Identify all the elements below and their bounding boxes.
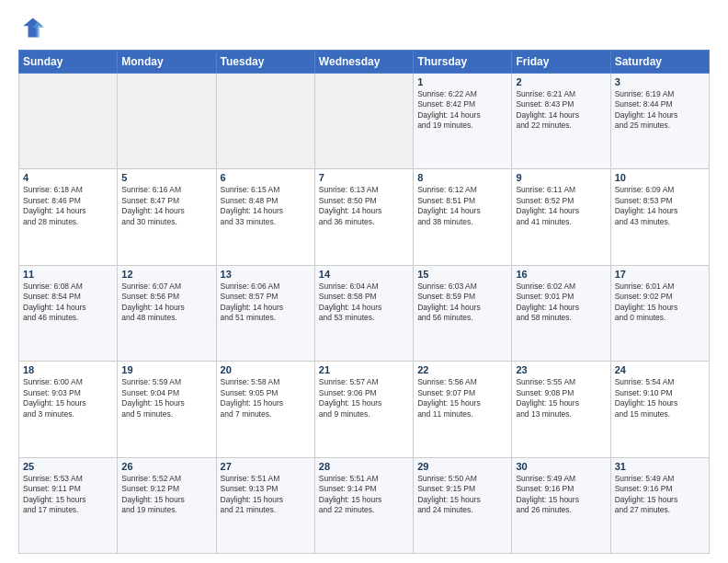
calendar-cell: 1Sunrise: 6:22 AMSunset: 8:42 PMDaylight… (414, 74, 512, 169)
calendar-cell: 3Sunrise: 6:19 AMSunset: 8:44 PMDaylight… (610, 74, 709, 169)
day-number: 16 (516, 269, 606, 280)
day-info: Sunrise: 6:16 AMSunset: 8:47 PMDaylight:… (121, 185, 211, 227)
day-header-tuesday: Tuesday (216, 51, 314, 74)
day-header-wednesday: Wednesday (314, 51, 413, 74)
calendar-cell (118, 74, 216, 169)
day-info: Sunrise: 5:52 AMSunset: 9:12 PMDaylight:… (121, 474, 211, 516)
day-header-sunday: Sunday (19, 51, 118, 74)
day-info: Sunrise: 6:19 AMSunset: 8:44 PMDaylight:… (615, 89, 705, 132)
day-number: 25 (23, 461, 113, 472)
day-number: 19 (121, 364, 211, 375)
calendar-cell: 28Sunrise: 5:51 AMSunset: 9:14 PMDayligh… (314, 457, 413, 553)
week-row-3: 11Sunrise: 6:08 AMSunset: 8:54 PMDayligh… (19, 265, 710, 361)
calendar-cell: 29Sunrise: 5:50 AMSunset: 9:15 PMDayligh… (414, 457, 512, 553)
calendar-cell: 20Sunrise: 5:58 AMSunset: 9:05 PMDayligh… (216, 362, 314, 457)
day-info: Sunrise: 5:57 AMSunset: 9:06 PMDaylight:… (319, 377, 409, 419)
day-info: Sunrise: 5:55 AMSunset: 9:08 PMDaylight:… (516, 377, 606, 419)
day-info: Sunrise: 6:15 AMSunset: 8:48 PMDaylight:… (221, 185, 311, 227)
day-info: Sunrise: 5:51 AMSunset: 9:14 PMDaylight:… (319, 474, 409, 516)
day-info: Sunrise: 6:18 AMSunset: 8:46 PMDaylight:… (23, 185, 113, 227)
calendar-cell: 22Sunrise: 5:56 AMSunset: 9:07 PMDayligh… (414, 362, 512, 457)
day-info: Sunrise: 6:09 AMSunset: 8:53 PMDaylight:… (615, 185, 705, 227)
day-info: Sunrise: 6:08 AMSunset: 8:54 PMDaylight:… (23, 282, 113, 324)
day-header-thursday: Thursday (414, 51, 512, 74)
day-number: 24 (615, 364, 705, 375)
week-row-5: 25Sunrise: 5:53 AMSunset: 9:11 PMDayligh… (19, 457, 710, 553)
day-info: Sunrise: 5:53 AMSunset: 9:11 PMDaylight:… (23, 474, 113, 516)
day-number: 23 (516, 364, 606, 375)
calendar-cell (314, 74, 413, 169)
day-info: Sunrise: 5:54 AMSunset: 9:10 PMDaylight:… (615, 377, 705, 419)
calendar-cell: 10Sunrise: 6:09 AMSunset: 8:53 PMDayligh… (610, 169, 709, 265)
calendar-cell: 23Sunrise: 5:55 AMSunset: 9:08 PMDayligh… (512, 362, 610, 457)
day-number: 22 (417, 364, 507, 375)
day-number: 26 (121, 461, 211, 472)
week-row-4: 18Sunrise: 6:00 AMSunset: 9:03 PMDayligh… (19, 362, 710, 457)
day-info: Sunrise: 6:00 AMSunset: 9:03 PMDaylight:… (23, 377, 113, 419)
day-info: Sunrise: 5:58 AMSunset: 9:05 PMDaylight:… (221, 377, 311, 419)
day-number: 29 (417, 461, 507, 472)
calendar-cell: 31Sunrise: 5:49 AMSunset: 9:16 PMDayligh… (610, 457, 709, 553)
day-info: Sunrise: 5:50 AMSunset: 9:15 PMDaylight:… (417, 474, 507, 516)
header (18, 15, 710, 40)
day-info: Sunrise: 5:51 AMSunset: 9:13 PMDaylight:… (221, 474, 311, 516)
calendar-cell: 16Sunrise: 6:02 AMSunset: 9:01 PMDayligh… (512, 265, 610, 361)
day-info: Sunrise: 6:07 AMSunset: 8:56 PMDaylight:… (121, 282, 211, 324)
day-number: 9 (516, 172, 606, 183)
calendar-header-row: SundayMondayTuesdayWednesdayThursdayFrid… (19, 51, 710, 74)
day-number: 5 (121, 172, 211, 183)
calendar-cell: 21Sunrise: 5:57 AMSunset: 9:06 PMDayligh… (314, 362, 413, 457)
day-info: Sunrise: 6:11 AMSunset: 8:52 PMDaylight:… (516, 185, 606, 227)
day-number: 1 (417, 76, 507, 87)
day-info: Sunrise: 6:03 AMSunset: 8:59 PMDaylight:… (417, 282, 507, 324)
day-number: 14 (319, 269, 409, 280)
calendar-cell: 14Sunrise: 6:04 AMSunset: 8:58 PMDayligh… (314, 265, 413, 361)
calendar-cell: 9Sunrise: 6:11 AMSunset: 8:52 PMDaylight… (512, 169, 610, 265)
day-number: 28 (319, 461, 409, 472)
day-number: 12 (121, 269, 211, 280)
day-header-saturday: Saturday (610, 51, 709, 74)
calendar-cell: 24Sunrise: 5:54 AMSunset: 9:10 PMDayligh… (610, 362, 709, 457)
logo-icon (18, 15, 44, 40)
calendar-cell: 25Sunrise: 5:53 AMSunset: 9:11 PMDayligh… (19, 457, 118, 553)
day-info: Sunrise: 6:01 AMSunset: 9:02 PMDaylight:… (615, 282, 705, 324)
calendar-cell: 30Sunrise: 5:49 AMSunset: 9:16 PMDayligh… (512, 457, 610, 553)
calendar-cell (216, 74, 314, 169)
day-number: 15 (417, 269, 507, 280)
calendar-cell: 8Sunrise: 6:12 AMSunset: 8:51 PMDaylight… (414, 169, 512, 265)
day-number: 4 (23, 172, 113, 183)
day-number: 31 (615, 461, 705, 472)
day-number: 18 (23, 364, 113, 375)
day-info: Sunrise: 6:21 AMSunset: 8:43 PMDaylight:… (516, 89, 606, 132)
day-number: 21 (319, 364, 409, 375)
calendar-cell: 6Sunrise: 6:15 AMSunset: 8:48 PMDaylight… (216, 169, 314, 265)
day-number: 11 (23, 269, 113, 280)
calendar-cell: 13Sunrise: 6:06 AMSunset: 8:57 PMDayligh… (216, 265, 314, 361)
week-row-2: 4Sunrise: 6:18 AMSunset: 8:46 PMDaylight… (19, 169, 710, 265)
day-info: Sunrise: 6:12 AMSunset: 8:51 PMDaylight:… (417, 185, 507, 227)
day-number: 2 (516, 76, 606, 87)
calendar-cell (19, 74, 118, 169)
day-number: 8 (417, 172, 507, 183)
day-number: 10 (615, 172, 705, 183)
day-header-monday: Monday (118, 51, 216, 74)
day-info: Sunrise: 5:49 AMSunset: 9:16 PMDaylight:… (516, 474, 606, 516)
calendar-cell: 27Sunrise: 5:51 AMSunset: 9:13 PMDayligh… (216, 457, 314, 553)
day-number: 30 (516, 461, 606, 472)
day-info: Sunrise: 5:59 AMSunset: 9:04 PMDaylight:… (121, 377, 211, 419)
day-info: Sunrise: 6:06 AMSunset: 8:57 PMDaylight:… (221, 282, 311, 324)
day-info: Sunrise: 6:04 AMSunset: 8:58 PMDaylight:… (319, 282, 409, 324)
day-info: Sunrise: 5:56 AMSunset: 9:07 PMDaylight:… (417, 377, 507, 419)
page: SundayMondayTuesdayWednesdayThursdayFrid… (0, 0, 728, 563)
calendar-cell: 19Sunrise: 5:59 AMSunset: 9:04 PMDayligh… (118, 362, 216, 457)
calendar-cell: 5Sunrise: 6:16 AMSunset: 8:47 PMDaylight… (118, 169, 216, 265)
day-number: 3 (615, 76, 705, 87)
calendar-table: SundayMondayTuesdayWednesdayThursdayFrid… (18, 50, 710, 554)
calendar-cell: 12Sunrise: 6:07 AMSunset: 8:56 PMDayligh… (118, 265, 216, 361)
day-number: 20 (221, 364, 311, 375)
logo (18, 15, 48, 40)
day-info: Sunrise: 6:22 AMSunset: 8:42 PMDaylight:… (417, 89, 507, 132)
calendar-cell: 7Sunrise: 6:13 AMSunset: 8:50 PMDaylight… (314, 169, 413, 265)
day-number: 27 (221, 461, 311, 472)
calendar-cell: 2Sunrise: 6:21 AMSunset: 8:43 PMDaylight… (512, 74, 610, 169)
